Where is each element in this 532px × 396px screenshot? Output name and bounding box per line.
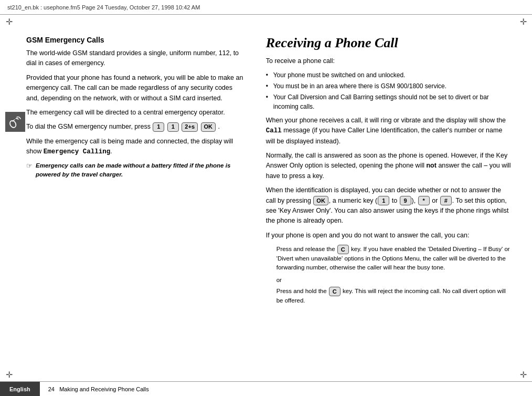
left-para4-dot: .: [218, 123, 220, 130]
header-bar: st210_en.bk : usephone.fm5 Page 24 Tuesd…: [0, 0, 532, 15]
right-para2: Normally, the call is answered as soon a…: [266, 151, 511, 181]
key-hash: #: [440, 196, 452, 205]
page-info: 24 Making and Receiving Phone Calls: [40, 386, 149, 392]
key-1-r: 1: [378, 196, 389, 205]
header-text: st210_en.bk : usephone.fm5 Page 24 Tuesd…: [7, 4, 200, 11]
left-para4: To dial the GSM emergency number, press …: [26, 122, 245, 132]
list-item-2: You must be in an area where there is GS…: [266, 81, 511, 91]
left-para5: While the emergency call is being made a…: [26, 137, 245, 158]
language-badge: English: [0, 382, 40, 396]
requirements-list: Your phone must be switched on and unloc…: [266, 70, 511, 111]
key-2s: 2+s: [182, 122, 198, 132]
key-9-r: 9: [400, 196, 411, 205]
not-text: not: [426, 162, 436, 169]
key-ok-r: OK: [313, 196, 328, 205]
page-description: Making and Receiving Phone Calls: [59, 386, 149, 392]
key-1b: 1: [167, 122, 179, 132]
right-section-title: Receiving a Phone Call: [266, 36, 511, 51]
right-column: Receiving a Phone Call To receive a phon…: [256, 15, 532, 381]
key-c-1: C: [337, 245, 349, 254]
left-section-title: GSM Emergency Calls: [26, 36, 245, 44]
left-para3: The emergency call will be directed to a…: [26, 108, 245, 118]
emergency-icon-box: [5, 112, 25, 132]
page-number: 24: [48, 386, 55, 392]
footer-bar: English 24 Making and Receiving Phone Ca…: [0, 381, 532, 396]
key-1: 1: [153, 122, 164, 132]
left-para4-prefix: To dial the GSM emergency number, press: [26, 123, 152, 130]
left-column: GSM Emergency Calls The world-wide GSM s…: [0, 15, 256, 381]
emergency-calling-text: Emergency Calling: [44, 148, 111, 155]
list-item-3: Your Call Diversion and Call Barring set…: [266, 92, 511, 111]
key-c-2: C: [329, 287, 341, 296]
right-intro: To receive a phone call:: [266, 56, 511, 66]
indent-text-2: Press and hold the C key. This will reje…: [276, 287, 511, 305]
right-para1: When your phone receives a call, it will…: [266, 116, 511, 147]
emergency-icon: [8, 115, 22, 129]
note-text: Emergency calls can be made without a ba…: [26, 161, 245, 179]
indent-block-1: Press and release the C key. If you have…: [276, 245, 511, 305]
left-para1: The world-wide GSM standard provides a s…: [26, 48, 245, 69]
left-para2: Provided that your phone has found a net…: [26, 73, 245, 103]
content-area: GSM Emergency Calls The world-wide GSM s…: [0, 15, 532, 381]
key-star: *: [418, 196, 430, 205]
key-ok: OK: [201, 122, 216, 132]
call-display-text: Call: [266, 127, 282, 134]
indent-or: or: [276, 276, 511, 285]
right-para4: If your phone is open and you do not wan…: [266, 231, 511, 241]
list-item-1: Your phone must be switched on and unloc…: [266, 70, 511, 80]
indent-text-1: Press and release the C key. If you have…: [276, 245, 511, 273]
right-para3: When the identification is displayed, yo…: [266, 185, 511, 226]
